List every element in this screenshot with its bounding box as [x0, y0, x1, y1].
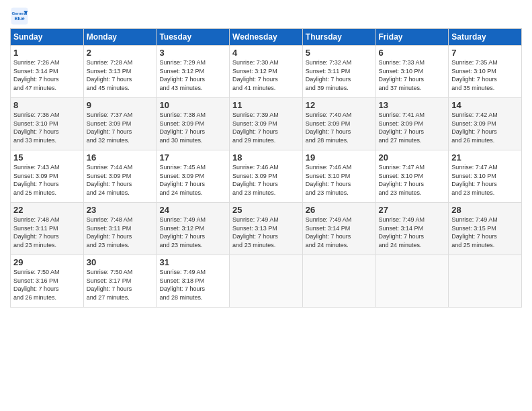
day-cell: 14Sunrise: 7:42 AM Sunset: 3:09 PM Dayli… — [449, 98, 522, 150]
day-cell: 23Sunrise: 7:48 AM Sunset: 3:11 PM Dayli… — [83, 203, 157, 255]
day-info: Sunrise: 7:48 AM Sunset: 3:11 PM Dayligh… — [87, 216, 154, 249]
col-header-thursday: Thursday — [302, 29, 375, 46]
day-number: 13 — [379, 100, 446, 110]
day-info: Sunrise: 7:42 AM Sunset: 3:09 PM Dayligh… — [451, 111, 519, 144]
day-number: 22 — [13, 205, 81, 215]
day-info: Sunrise: 7:50 AM Sunset: 3:16 PM Dayligh… — [13, 268, 81, 302]
week-row-2: 8Sunrise: 7:36 AM Sunset: 3:10 PM Daylig… — [11, 98, 522, 150]
day-cell — [449, 255, 522, 308]
day-cell: 7Sunrise: 7:35 AM Sunset: 3:10 PM Daylig… — [449, 46, 522, 98]
day-cell: 20Sunrise: 7:47 AM Sunset: 3:10 PM Dayli… — [375, 150, 449, 203]
day-info: Sunrise: 7:49 AM Sunset: 3:13 PM Dayligh… — [232, 216, 300, 249]
day-number: 1 — [13, 48, 81, 58]
day-info: Sunrise: 7:49 AM Sunset: 3:18 PM Dayligh… — [159, 268, 226, 302]
day-info: Sunrise: 7:36 AM Sunset: 3:10 PM Dayligh… — [13, 111, 81, 144]
week-row-5: 29Sunrise: 7:50 AM Sunset: 3:16 PM Dayli… — [11, 255, 522, 308]
day-number: 9 — [87, 100, 154, 110]
day-number: 17 — [159, 152, 226, 163]
day-number: 26 — [306, 205, 373, 215]
day-number: 11 — [232, 100, 300, 110]
day-cell: 17Sunrise: 7:45 AM Sunset: 3:09 PM Dayli… — [157, 150, 230, 203]
day-number: 12 — [306, 100, 373, 110]
day-number: 18 — [232, 152, 300, 163]
day-info: Sunrise: 7:46 AM Sunset: 3:09 PM Dayligh… — [232, 163, 300, 197]
day-number: 23 — [87, 205, 154, 215]
header: General Blue — [10, 7, 522, 26]
day-cell: 19Sunrise: 7:46 AM Sunset: 3:10 PM Dayli… — [302, 150, 375, 203]
day-number: 19 — [306, 152, 373, 163]
day-info: Sunrise: 7:49 AM Sunset: 3:15 PM Dayligh… — [451, 216, 519, 249]
col-header-saturday: Saturday — [449, 29, 522, 46]
day-number: 8 — [13, 100, 81, 110]
day-cell — [375, 255, 449, 308]
day-cell: 25Sunrise: 7:49 AM Sunset: 3:13 PM Dayli… — [230, 203, 303, 255]
day-cell: 6Sunrise: 7:33 AM Sunset: 3:10 PM Daylig… — [375, 46, 449, 98]
day-number: 7 — [451, 48, 519, 58]
page: General Blue SundayMondayTuesdayWednesda… — [0, 0, 532, 314]
day-info: Sunrise: 7:45 AM Sunset: 3:09 PM Dayligh… — [159, 163, 226, 197]
day-cell: 10Sunrise: 7:38 AM Sunset: 3:09 PM Dayli… — [157, 98, 230, 150]
day-cell: 15Sunrise: 7:43 AM Sunset: 3:09 PM Dayli… — [11, 150, 84, 203]
calendar-table: SundayMondayTuesdayWednesdayThursdayFrid… — [10, 28, 522, 308]
day-cell: 12Sunrise: 7:40 AM Sunset: 3:09 PM Dayli… — [302, 98, 375, 150]
day-number: 6 — [379, 48, 446, 58]
day-info: Sunrise: 7:33 AM Sunset: 3:10 PM Dayligh… — [379, 58, 446, 92]
day-cell: 11Sunrise: 7:39 AM Sunset: 3:09 PM Dayli… — [230, 98, 303, 150]
day-cell — [302, 255, 375, 308]
logo-icon: General Blue — [10, 7, 29, 26]
day-info: Sunrise: 7:38 AM Sunset: 3:09 PM Dayligh… — [159, 111, 226, 144]
day-info: Sunrise: 7:29 AM Sunset: 3:12 PM Dayligh… — [159, 58, 226, 92]
day-cell: 30Sunrise: 7:50 AM Sunset: 3:17 PM Dayli… — [83, 255, 157, 308]
day-info: Sunrise: 7:39 AM Sunset: 3:09 PM Dayligh… — [232, 111, 300, 144]
day-info: Sunrise: 7:43 AM Sunset: 3:09 PM Dayligh… — [13, 163, 81, 197]
col-header-monday: Monday — [83, 29, 157, 46]
day-cell: 8Sunrise: 7:36 AM Sunset: 3:10 PM Daylig… — [11, 98, 84, 150]
day-info: Sunrise: 7:35 AM Sunset: 3:10 PM Dayligh… — [451, 58, 519, 92]
day-cell: 21Sunrise: 7:47 AM Sunset: 3:10 PM Dayli… — [449, 150, 522, 203]
day-info: Sunrise: 7:28 AM Sunset: 3:13 PM Dayligh… — [87, 58, 154, 92]
day-number: 24 — [159, 205, 226, 215]
day-info: Sunrise: 7:49 AM Sunset: 3:14 PM Dayligh… — [306, 216, 373, 249]
day-number: 4 — [232, 48, 300, 58]
day-cell: 29Sunrise: 7:50 AM Sunset: 3:16 PM Dayli… — [11, 255, 84, 308]
day-number: 10 — [159, 100, 226, 110]
day-cell: 4Sunrise: 7:30 AM Sunset: 3:12 PM Daylig… — [230, 46, 303, 98]
day-info: Sunrise: 7:41 AM Sunset: 3:09 PM Dayligh… — [379, 111, 446, 144]
day-number: 2 — [87, 48, 154, 58]
calendar-header-row: SundayMondayTuesdayWednesdayThursdayFrid… — [11, 29, 522, 46]
day-number: 29 — [13, 257, 81, 267]
day-info: Sunrise: 7:47 AM Sunset: 3:10 PM Dayligh… — [379, 163, 446, 197]
day-number: 20 — [379, 152, 446, 163]
day-cell: 2Sunrise: 7:28 AM Sunset: 3:13 PM Daylig… — [83, 46, 157, 98]
day-info: Sunrise: 7:40 AM Sunset: 3:09 PM Dayligh… — [306, 111, 373, 144]
day-info: Sunrise: 7:37 AM Sunset: 3:09 PM Dayligh… — [87, 111, 154, 144]
day-info: Sunrise: 7:26 AM Sunset: 3:14 PM Dayligh… — [13, 58, 81, 92]
day-info: Sunrise: 7:49 AM Sunset: 3:14 PM Dayligh… — [379, 216, 446, 249]
day-cell — [230, 255, 303, 308]
day-number: 28 — [451, 205, 519, 215]
day-cell: 5Sunrise: 7:32 AM Sunset: 3:11 PM Daylig… — [302, 46, 375, 98]
day-info: Sunrise: 7:48 AM Sunset: 3:11 PM Dayligh… — [13, 216, 81, 249]
logo: General Blue — [10, 7, 32, 26]
day-cell: 9Sunrise: 7:37 AM Sunset: 3:09 PM Daylig… — [83, 98, 157, 150]
day-cell: 31Sunrise: 7:49 AM Sunset: 3:18 PM Dayli… — [157, 255, 230, 308]
day-number: 31 — [159, 257, 226, 267]
day-cell: 22Sunrise: 7:48 AM Sunset: 3:11 PM Dayli… — [11, 203, 84, 255]
svg-text:Blue: Blue — [14, 16, 24, 21]
day-cell: 26Sunrise: 7:49 AM Sunset: 3:14 PM Dayli… — [302, 203, 375, 255]
week-row-1: 1Sunrise: 7:26 AM Sunset: 3:14 PM Daylig… — [11, 46, 522, 98]
day-number: 5 — [306, 48, 373, 58]
day-cell: 1Sunrise: 7:26 AM Sunset: 3:14 PM Daylig… — [11, 46, 84, 98]
day-cell: 3Sunrise: 7:29 AM Sunset: 3:12 PM Daylig… — [157, 46, 230, 98]
day-number: 25 — [232, 205, 300, 215]
day-info: Sunrise: 7:32 AM Sunset: 3:11 PM Dayligh… — [306, 58, 373, 92]
day-cell: 18Sunrise: 7:46 AM Sunset: 3:09 PM Dayli… — [230, 150, 303, 203]
day-info: Sunrise: 7:30 AM Sunset: 3:12 PM Dayligh… — [232, 58, 300, 92]
col-header-sunday: Sunday — [11, 29, 84, 46]
day-number: 15 — [13, 152, 81, 163]
day-cell: 28Sunrise: 7:49 AM Sunset: 3:15 PM Dayli… — [449, 203, 522, 255]
day-number: 27 — [379, 205, 446, 215]
day-info: Sunrise: 7:50 AM Sunset: 3:17 PM Dayligh… — [87, 268, 154, 302]
day-number: 30 — [87, 257, 154, 267]
day-cell: 27Sunrise: 7:49 AM Sunset: 3:14 PM Dayli… — [375, 203, 449, 255]
